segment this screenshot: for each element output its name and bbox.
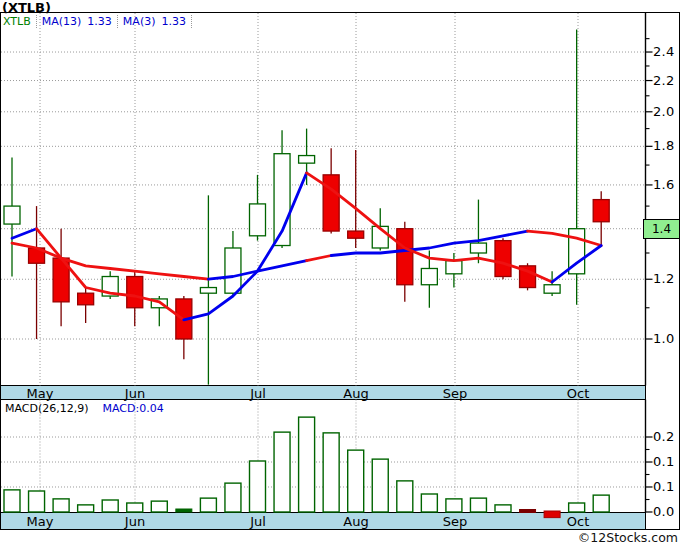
price-axis-label: 1.2 [653, 271, 675, 286]
macd-axis-label: 0.1 [653, 479, 675, 494]
macd-bar [495, 505, 511, 512]
month-label: May [18, 386, 62, 401]
ma13-value: 1.33 [87, 15, 112, 28]
macd-bar [53, 499, 69, 512]
candle-body [397, 229, 413, 285]
candle-body [200, 288, 216, 294]
page-title: (XTLB) [2, 0, 51, 15]
ma3-label: MA(3) [123, 15, 156, 28]
stock-chart-page: (XTLB) XTLB MA(13) 1.33 MA(3) 1.33 MACD(… [0, 0, 680, 546]
macd-bar [421, 494, 437, 512]
candle-body [250, 204, 266, 236]
current-price-value: 1.4 [652, 222, 671, 236]
month-label: Jul [236, 514, 280, 529]
macd-bar [176, 509, 192, 512]
current-price-badge: 1.4 [643, 219, 680, 239]
macd-bar [520, 510, 536, 513]
price-axis-label: 1.8 [653, 138, 675, 153]
macd-bar [4, 490, 20, 512]
macd-bar [127, 503, 143, 512]
candle-body [446, 261, 462, 274]
ma3-value: 1.33 [161, 15, 186, 28]
legend-divider [191, 15, 192, 28]
candle-body [348, 231, 364, 238]
copyright-label: ©12Stocks.com [578, 530, 678, 545]
month-label: Oct [556, 514, 600, 529]
price-legend: XTLB MA(13) 1.33 MA(3) 1.33 [3, 14, 197, 28]
price-axis-label: 2.2 [653, 73, 675, 88]
macd-bar [372, 459, 388, 512]
ma3-line [12, 229, 37, 239]
macd-value-label: MACD:0.04 [103, 402, 164, 415]
candle-body [421, 268, 437, 284]
macd-axis-label: 0.0 [653, 504, 675, 519]
candle-body [544, 285, 560, 293]
candle-body [4, 206, 20, 224]
candle-body [78, 293, 94, 305]
month-label: Jul [236, 386, 280, 401]
macd-params-label: MACD(26,12,9) [5, 402, 89, 415]
month-label: Sep [433, 386, 477, 401]
ma13-label: MA(13) [42, 15, 82, 28]
candle-body [127, 277, 143, 308]
candle-body [225, 248, 241, 293]
month-label: Aug [334, 514, 378, 529]
legend-divider [36, 15, 37, 28]
candle-body [299, 156, 315, 164]
month-strip-upper [1, 386, 646, 400]
month-label: Aug [334, 386, 378, 401]
month-label: Sep [433, 514, 477, 529]
macd-bar [250, 461, 266, 512]
macd-bar [323, 433, 339, 512]
macd-bar [78, 505, 94, 512]
macd-bar [569, 503, 585, 512]
macd-bar [274, 432, 290, 512]
price-axis-label: 2.0 [653, 104, 675, 119]
chart-canvas [0, 0, 680, 546]
macd-bar [29, 491, 45, 512]
macd-axis-label: 0.1 [653, 454, 675, 469]
candle-body [323, 175, 339, 231]
month-label: May [18, 514, 62, 529]
macd-bar [200, 498, 216, 512]
macd-bar [470, 498, 486, 512]
macd-bar [102, 500, 118, 512]
ma13-line [528, 231, 602, 245]
month-label: Oct [556, 386, 600, 401]
macd-legend: MACD(26,12,9) MACD:0.04 [5, 402, 164, 415]
month-label: Jun [113, 386, 157, 401]
macd-bar [225, 483, 241, 512]
legend-divider [117, 15, 118, 28]
macd-bar [299, 417, 315, 512]
macd-bar [593, 495, 609, 512]
macd-bar [397, 481, 413, 512]
macd-axis-label: 0.2 [653, 429, 675, 444]
price-axis-label: 2.4 [653, 44, 675, 59]
month-label: Jun [113, 514, 157, 529]
ma13-line [307, 256, 332, 261]
price-axis-label: 1.0 [653, 331, 675, 346]
macd-bar [348, 450, 364, 512]
macd-bar [446, 499, 462, 512]
candle-body [593, 200, 609, 222]
macd-bar [151, 501, 167, 512]
price-axis-label: 1.6 [653, 177, 675, 192]
symbol-label: XTLB [3, 15, 31, 28]
candle-body [495, 241, 511, 277]
candle-body [470, 243, 486, 253]
